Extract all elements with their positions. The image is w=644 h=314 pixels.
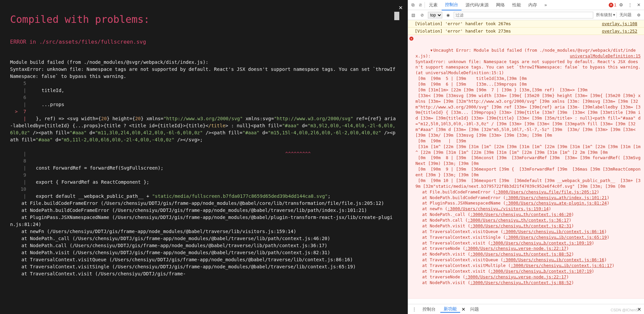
violation-row[interactable]: [Violation] 'error' handler took 267msov…	[408, 20, 644, 28]
error-count-badge[interactable]: ✕1	[609, 2, 616, 7]
stack-link[interactable]: :3000/Users/chensiyu…b/context.js:107:19	[490, 269, 592, 274]
overlay-stack: at File.buildCodeFrameError (/Users/chen…	[10, 200, 398, 277]
error-msg-1: Module build failed (from ./node_modules…	[10, 59, 208, 65]
l7-c: } xmlns=	[141, 116, 163, 121]
devtools-tab-bar: ⧉ ⎚ 元素 控制台 源代码/来源 网络 性能 内存 » ✕1 ⚙ ⋮ ✕	[408, 0, 644, 10]
tab-elements[interactable]: 元素	[426, 0, 441, 10]
l7-fill1: "#aaa"	[282, 123, 299, 128]
stack-link[interactable]: :3000/Users/chensiyu…th/context.js:88:52	[470, 280, 571, 285]
line-10b: "static/media/fullscreen.b7fda0177c8659d…	[152, 193, 328, 199]
l7-fill3: "#aaa"	[242, 130, 259, 135]
stack-entry: at File.buildCodeFrameError (:3000/Users…	[415, 189, 641, 195]
tab-sources[interactable]: 源代码/来源	[462, 0, 492, 10]
eye-icon[interactable]: ◉	[445, 13, 451, 17]
violation-text: [Violation] 'error' handler took 267ms	[415, 21, 511, 26]
l7-g2: > : null}<path fill=	[226, 123, 282, 128]
stack-link[interactable]: :3000/Users/chensiyu…/visitors.js:159:14	[447, 206, 549, 211]
stack-link[interactable]: :3000/Users/chensiyu…ath/index.js:101:21	[506, 195, 607, 200]
sidebar-toggle-icon[interactable]: ▤	[410, 13, 416, 17]
gear-icon[interactable]: ⚙	[617, 2, 625, 7]
webpack-error-overlay: × Compiled with problems: ERROR in ./src…	[0, 0, 408, 314]
tab-more[interactable]: »	[541, 0, 550, 10]
error-source-link[interactable]: universalModuleDefinition:15	[570, 53, 641, 59]
error-code-block: Module build failed (from ./node_modules…	[10, 52, 398, 277]
console-filter-bar: ▤ ⊘ top ◉ 所有级别 ▾ 无问题 ⚙	[408, 10, 644, 20]
stack-line: at PluginPass.JSXNamespacedName (/Users/…	[10, 214, 398, 228]
drawer-tab-console[interactable]: 控制台	[419, 306, 439, 312]
stack-link[interactable]: :3000/Users/chensiyu…th/context.js:82:31	[470, 223, 571, 228]
l7-fill4: "#aaa"	[36, 137, 53, 142]
drawer-tab-whatsnew[interactable]: 新功能	[440, 306, 460, 313]
stack-link[interactable]: :3000/Users/chensiyu…ate-plugin.js:81:24	[506, 200, 607, 206]
watermark: CSDN @IChenS...	[611, 308, 641, 312]
stack-link[interactable]: :3000/Users/chensiyu…ib/context.js:86:16	[503, 229, 604, 234]
clear-console-icon[interactable]: ⊘	[419, 13, 425, 17]
error-heading: ERROR in ./src/assets/files/fullscreen.s…	[10, 39, 398, 45]
device-icon[interactable]: ⎚	[417, 2, 424, 7]
stack-entry: at traverseNode (:3000/Users/chensiyu…ve…	[415, 246, 641, 252]
stack-link[interactable]: :3000/Users/chensiyu…file/file.js:205:12	[495, 189, 597, 194]
l7-20b: 20	[135, 116, 141, 121]
issues-label[interactable]: 无问题	[619, 12, 633, 18]
filter-input[interactable]	[454, 12, 593, 18]
drawer-tab-close-icon[interactable]: ✕	[461, 307, 466, 312]
scrollbar-thumb[interactable]	[394, 12, 399, 20]
l7-a: }, ref) => <svg width={	[30, 116, 101, 121]
l7-url2: "http://www.w3.org/2000/svg"	[274, 116, 353, 121]
close-icon[interactable]: ×	[399, 3, 403, 11]
expand-triangle-icon[interactable]: ▶	[429, 49, 434, 51]
l7-d2: "m11,3l0,2l4,0l0,4l2,0l0,-6l-6,0l0,0z"	[95, 130, 203, 135]
stack-link[interactable]: :3000/Users/chensiyu…ib/context.js:65:19	[506, 235, 607, 240]
context-select[interactable]: top	[428, 12, 442, 18]
stack-line: at TraversalContext.visitSingle (/Users/…	[10, 263, 398, 270]
line-10a: export default __webpack_public_path__ +	[30, 193, 152, 199]
gutter-10: 10 |	[10, 186, 30, 200]
l7-h: d=	[299, 123, 308, 128]
drawer-kebab-icon[interactable]: ⋮	[411, 307, 418, 312]
l7-d3: "m15,15l-4,0l0,2l6,0l0,-6l-2,0l0,4l0,0z"	[268, 130, 381, 135]
tab-network[interactable]: 网络	[493, 0, 508, 10]
overlay-title: Compiled with problems:	[10, 13, 398, 25]
error-msg-2: SyntaxError: unknown file: Namespace tag…	[10, 66, 395, 79]
drawer-tab-issues[interactable]: 问题	[467, 306, 482, 312]
devtools-panel: ⧉ ⎚ 元素 控制台 源代码/来源 网络 性能 内存 » ✕1 ⚙ ⋮ ✕ ▤ …	[408, 0, 644, 314]
gutter-5: 5 |	[10, 80, 30, 94]
stack-line: at TraversalContext.visit (/Users/chensi…	[10, 270, 398, 277]
stack-entry: at NodePath.visit (:3000/Users/chensiyu……	[415, 252, 641, 257]
console-body: [Violation] 'error' handler took 267msov…	[408, 20, 644, 304]
l7-fill2: "#aaa"	[70, 130, 87, 135]
stack-link[interactable]: :3000/Users/chensiyu…th/context.js:36:17	[468, 218, 569, 223]
stack-entry: at TraversalContext.visit (:3000/Users/c…	[415, 240, 641, 246]
stack-link[interactable]: :3000/Users/chensiyu…verse-node.js:22:17	[465, 246, 566, 251]
kebab-icon[interactable]: ⋮	[626, 2, 634, 7]
stack-entry: at NodePath._call (:3000/Users/chensiyu……	[415, 212, 641, 218]
gutter-7-err: > 7 |	[10, 108, 30, 122]
stack-entry: at NodePath.visit (:3000/Users/chensiyu……	[415, 223, 641, 229]
gutter-caret: |	[10, 143, 30, 158]
settings-gear-icon[interactable]: ⚙	[636, 13, 642, 17]
close-devtools-icon[interactable]: ✕	[635, 2, 643, 7]
tab-performance[interactable]: 性能	[509, 0, 524, 10]
stack-link[interactable]: :3000/Users/chensiyu…ib/context.js:61:17	[511, 263, 612, 268]
violation-source-link[interactable]: overlay.js:252	[602, 29, 637, 34]
stack-link[interactable]: :3000/Users/chensiyu…ib/context.js:86:16	[503, 257, 604, 262]
stack-entry: at TraversalContext.visitQueue (:3000/Us…	[415, 257, 641, 263]
drawer-tabs: ⋮ 控制台 新功能 ✕ 问题 ✕	[408, 304, 644, 314]
l7-j: d=	[87, 130, 95, 135]
inspect-icon[interactable]: ⧉	[409, 2, 416, 8]
tab-console[interactable]: 控制台	[442, 0, 461, 10]
console-error[interactable]: ✕ ▶Uncaught Error: Module build failed (…	[408, 35, 644, 299]
stack-link[interactable]: :3000/Users/chensiyu…b/context.js:109:19	[490, 240, 592, 245]
gutter-9: 9 |	[10, 172, 30, 186]
line-6: ...props	[30, 102, 64, 107]
tab-memory[interactable]: 内存	[525, 0, 540, 10]
stack-line: at NodePath.visit (/Users/chensiyu/DDTJ/…	[10, 249, 398, 256]
levels-dropdown[interactable]: 所有级别 ▾	[596, 12, 617, 18]
violation-source-link[interactable]: overlay.js:108	[602, 21, 637, 26]
stack-link[interactable]: :3000/Users/chensiyu…verse-node.js:22:17	[465, 274, 566, 279]
l7-b: } height={	[107, 116, 135, 121]
stack-link[interactable]: :3000/Users/chensiyu…th/context.js:46:20	[470, 212, 571, 217]
violation-row[interactable]: [Violation] 'error' handler took 273msov…	[408, 28, 644, 35]
stack-entry: at TraversalContext.visitMultiple (:3000…	[415, 263, 641, 269]
stack-link[interactable]: :3000/Users/chensiyu…th/context.js:88:52	[470, 252, 571, 257]
